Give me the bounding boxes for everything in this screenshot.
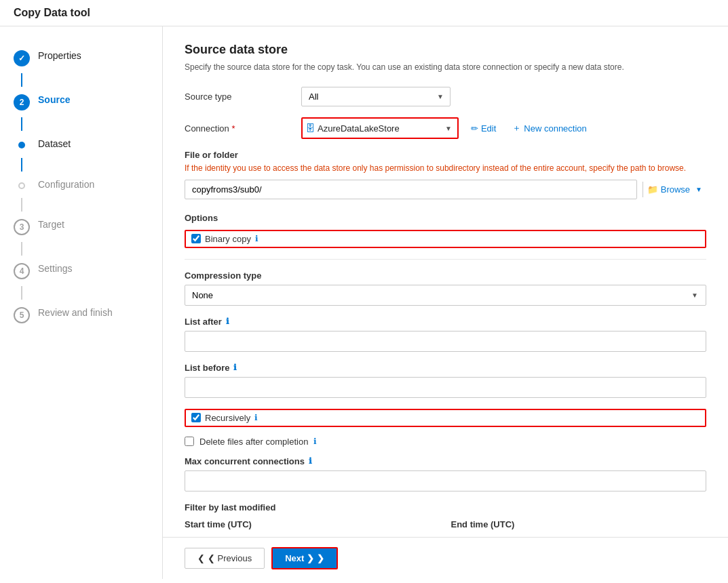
file-folder-note: If the identity you use to access the da… bbox=[185, 163, 706, 174]
path-input[interactable] bbox=[185, 180, 637, 199]
sidebar-item-configuration[interactable]: Configuration bbox=[0, 172, 162, 199]
recursively-checkbox[interactable] bbox=[191, 413, 201, 422]
connector-1-2 bbox=[21, 73, 22, 87]
options-section: Options Binary copy ℹ bbox=[185, 213, 706, 248]
edit-button[interactable]: ✏ Edit bbox=[467, 121, 500, 136]
sidebar-item-dataset[interactable]: Dataset bbox=[0, 131, 162, 158]
recursively-label[interactable]: Recursively bbox=[205, 413, 250, 423]
binary-copy-highlighted: Binary copy ℹ bbox=[185, 230, 706, 248]
sidebar-item-review[interactable]: 5 Review and finish bbox=[0, 300, 162, 330]
list-before-info-icon[interactable]: ℹ bbox=[233, 363, 237, 372]
list-after-section: List after ℹ bbox=[185, 317, 706, 363]
connector-d-c bbox=[21, 158, 22, 172]
connector-c-3 bbox=[21, 198, 22, 212]
connector-4-5 bbox=[21, 286, 22, 300]
start-time-label: Start time (UTC) bbox=[185, 519, 440, 529]
compression-type-select-wrapper: None Deflate GZip BZip2 ▼ bbox=[185, 285, 706, 306]
step-dataset-circle bbox=[18, 142, 25, 148]
binary-copy-info-icon[interactable]: ℹ bbox=[255, 234, 258, 243]
previous-button[interactable]: ❮ ❮ Previous bbox=[185, 548, 265, 569]
step-4-label: Settings bbox=[38, 262, 73, 276]
footer: ❮ ❮ Previous Next ❯ ❯ bbox=[163, 537, 728, 579]
step-1-circle: ✓ bbox=[14, 50, 30, 66]
max-connections-label: Max concurrent connections ℹ bbox=[185, 456, 706, 466]
compression-type-label: Compression type bbox=[185, 270, 706, 281]
list-before-input[interactable] bbox=[185, 377, 706, 398]
delete-files-row: Delete files after completion ℹ bbox=[185, 437, 706, 447]
required-mark: * bbox=[231, 123, 235, 134]
list-after-input[interactable] bbox=[185, 331, 706, 352]
source-type-select-wrapper: All ▼ bbox=[301, 87, 451, 106]
content-area: Source data store Specify the source dat… bbox=[163, 26, 728, 579]
file-folder-section: File or folder If the identity you use t… bbox=[185, 150, 706, 199]
previous-chevron-icon: ❮ bbox=[197, 553, 205, 563]
end-time-col: End time (UTC) bbox=[451, 519, 707, 534]
step-5-label: Review and finish bbox=[38, 306, 113, 320]
step-configuration-label: Configuration bbox=[38, 178, 94, 192]
sidebar-item-settings[interactable]: 4 Settings bbox=[0, 256, 162, 286]
datastore-icon: 🗄 bbox=[305, 123, 315, 134]
main-content: Source data store Specify the source dat… bbox=[163, 26, 728, 537]
step-dataset-label: Dataset bbox=[38, 138, 71, 151]
connection-row: Connection * 🗄 ▼ ✏ Edit ＋ New connection bbox=[185, 117, 706, 139]
section-desc: Specify the source data store for the co… bbox=[185, 61, 706, 73]
connection-input-wrapper: 🗄 ▼ bbox=[301, 117, 459, 139]
start-time-col: Start time (UTC) bbox=[185, 519, 440, 534]
sidebar-item-source[interactable]: 2 Source bbox=[0, 87, 162, 117]
step-3-circle: 3 bbox=[14, 219, 30, 235]
step-4-circle: 4 bbox=[14, 263, 30, 279]
step-3-label: Target bbox=[38, 218, 64, 232]
connection-chevron-icon[interactable]: ▼ bbox=[442, 125, 455, 132]
list-before-label: List before ℹ bbox=[185, 363, 706, 373]
sidebar-item-properties[interactable]: ✓ Properties bbox=[0, 43, 162, 73]
end-time-label: End time (UTC) bbox=[451, 519, 707, 529]
max-connections-section: Max concurrent connections ℹ bbox=[185, 456, 706, 502]
main-layout: ✓ Properties 2 Source Dataset Configurat… bbox=[0, 26, 728, 579]
next-button[interactable]: Next ❯ ❯ bbox=[271, 547, 338, 569]
sidebar: ✓ Properties 2 Source Dataset Configurat… bbox=[0, 26, 163, 579]
list-before-section: List before ℹ bbox=[185, 363, 706, 409]
step-5-circle: 5 bbox=[14, 307, 30, 323]
connection-input[interactable] bbox=[318, 123, 440, 134]
binary-copy-checkbox[interactable] bbox=[191, 234, 201, 243]
section-title: Source data store bbox=[185, 43, 706, 57]
options-title: Options bbox=[185, 213, 706, 223]
step-1-label: Properties bbox=[38, 49, 81, 63]
source-type-label: Source type bbox=[185, 92, 293, 102]
step-configuration-circle bbox=[18, 182, 25, 189]
filter-time-cols: Start time (UTC) End time (UTC) bbox=[185, 519, 706, 534]
app-header: Copy Data tool bbox=[0, 0, 728, 26]
list-after-info-icon[interactable]: ℹ bbox=[226, 317, 229, 326]
app-title: Copy Data tool bbox=[14, 7, 90, 18]
browse-chevron-icon: ▼ bbox=[695, 186, 702, 193]
compression-type-select[interactable]: None Deflate GZip BZip2 bbox=[185, 285, 706, 306]
step-2-circle: 2 bbox=[14, 94, 30, 110]
connector-2-d bbox=[21, 117, 22, 131]
browse-folder-icon: 📁 bbox=[647, 184, 658, 195]
max-connections-info-icon[interactable]: ℹ bbox=[309, 456, 312, 466]
recursively-highlighted: Recursively ℹ bbox=[185, 409, 706, 427]
filter-title: Filter by last modified bbox=[185, 502, 706, 512]
binary-copy-label[interactable]: Binary copy bbox=[205, 234, 251, 244]
sidebar-item-target[interactable]: 3 Target bbox=[0, 212, 162, 242]
delete-files-checkbox[interactable] bbox=[185, 437, 194, 446]
list-after-label: List after ℹ bbox=[185, 317, 706, 327]
next-chevron-icon: ❯ bbox=[317, 553, 324, 563]
connector-3-4 bbox=[21, 242, 22, 256]
source-type-row: Source type All ▼ bbox=[185, 87, 706, 106]
path-row: 📁 Browse ▼ bbox=[185, 180, 706, 199]
source-type-select[interactable]: All bbox=[301, 87, 451, 106]
edit-pencil-icon: ✏ bbox=[471, 123, 478, 134]
recursively-info-icon[interactable]: ℹ bbox=[254, 413, 258, 422]
new-connection-button[interactable]: ＋ New connection bbox=[508, 119, 591, 137]
connection-label: Connection * bbox=[185, 123, 293, 134]
plus-icon: ＋ bbox=[512, 122, 521, 134]
compression-type-section: Compression type None Deflate GZip BZip2… bbox=[185, 270, 706, 306]
delete-files-label[interactable]: Delete files after completion bbox=[199, 437, 308, 447]
file-folder-title: File or folder bbox=[185, 150, 706, 160]
delete-files-info-icon[interactable]: ℹ bbox=[313, 437, 317, 446]
filter-section: Filter by last modified Start time (UTC)… bbox=[185, 502, 706, 534]
divider-1 bbox=[185, 259, 706, 260]
max-connections-input[interactable] bbox=[185, 470, 706, 491]
browse-button[interactable]: 📁 Browse ▼ bbox=[643, 182, 706, 197]
